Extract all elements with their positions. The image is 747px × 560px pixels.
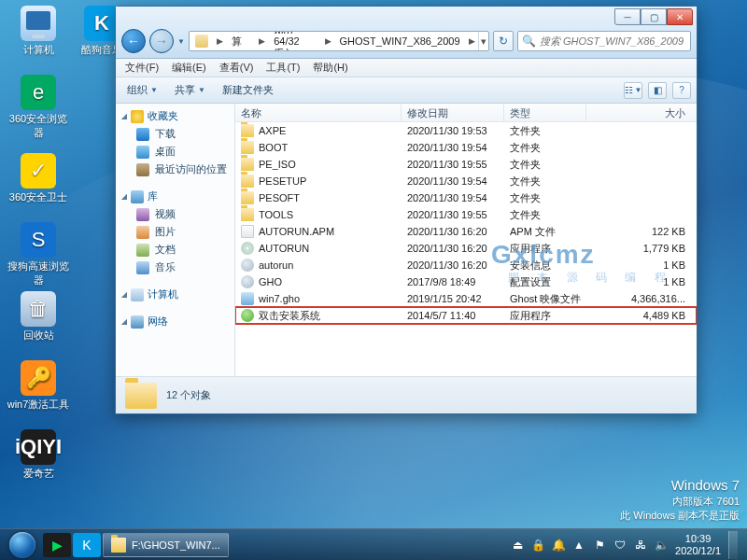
- file-row[interactable]: GHO2017/9/8 18:49配置设置1 KB: [235, 273, 697, 290]
- file-row[interactable]: 双击安装系统2014/5/7 11:40应用程序4,489 KB: [235, 307, 697, 324]
- taskbar-item-explorer[interactable]: F:\GHOST_WIN7...: [103, 533, 229, 557]
- menu-view[interactable]: 查看(V): [214, 59, 260, 77]
- breadcrumb[interactable]: ▶ 计算机▶ win7-64/32 (F:)▶ GHOST_WIN7_X86_2…: [189, 31, 489, 51]
- file-name: TOOLS: [259, 209, 293, 220]
- search-icon: 🔍: [522, 35, 536, 48]
- nav-videos[interactable]: 视频: [116, 205, 234, 223]
- col-size[interactable]: 大小: [586, 104, 697, 121]
- nav-documents[interactable]: 文档: [116, 241, 234, 259]
- breadcrumb-seg-drive[interactable]: win7-64/32 (F:): [268, 32, 321, 50]
- file-row[interactable]: TOOLS2020/11/30 19:55文件夹: [235, 206, 697, 223]
- taskbar-clock[interactable]: 10:392020/12/1: [675, 533, 721, 556]
- file-list: 名称 修改日期 类型 大小 AXPE2020/11/30 19:53文件夹BOO…: [235, 104, 697, 376]
- file-row[interactable]: PE_ISO2020/11/30 19:55文件夹: [235, 156, 697, 173]
- file-row[interactable]: autorun2020/11/30 16:20安装信息1 KB: [235, 257, 697, 273]
- tray-eject-icon[interactable]: ⏏: [511, 539, 524, 552]
- desktop-icon-computer[interactable]: 计算机: [6, 6, 71, 57]
- status-bar: 12 个对象: [116, 376, 697, 413]
- search-input[interactable]: [540, 35, 686, 47]
- taskbar-pin-kugou[interactable]: K: [73, 533, 101, 557]
- file-row[interactable]: AUTORUN.APM2020/11/30 16:20APM 文件122 KB: [235, 223, 697, 240]
- desktop-icon-sogou[interactable]: S搜狗高速浏览器: [6, 222, 71, 287]
- command-bar: 组织 ▼ 共享 ▼ 新建文件夹 ☷▼ ◧ ?: [116, 77, 697, 104]
- menu-edit[interactable]: 编辑(E): [166, 59, 212, 77]
- menu-tools[interactable]: 工具(T): [261, 59, 305, 77]
- taskbar: ▶ K F:\GHOST_WIN7... ⏏ 🔒 🔔 ▲ ⚑ 🛡 🖧 🔈 10:…: [0, 528, 747, 560]
- file-type-icon: [241, 292, 254, 305]
- network-icon: [131, 315, 144, 329]
- close-button[interactable]: ✕: [667, 8, 693, 25]
- file-date: 2020/11/30 19:53: [407, 125, 510, 136]
- tray-flag-icon[interactable]: ⚑: [593, 539, 606, 552]
- file-row[interactable]: BOOT2020/11/30 19:54文件夹: [235, 139, 697, 156]
- desktop-icon-win7activate[interactable]: 🔑win7激活工具: [6, 360, 71, 412]
- tray-network-icon[interactable]: 🖧: [634, 539, 647, 552]
- col-type[interactable]: 类型: [504, 104, 586, 121]
- menu-help[interactable]: 帮助(H): [307, 59, 353, 77]
- nav-pictures[interactable]: 图片: [116, 223, 234, 241]
- preview-pane-button[interactable]: ◧: [648, 82, 667, 99]
- nav-downloads[interactable]: 下载: [116, 125, 234, 143]
- tray-shield-icon[interactable]: 🛡: [613, 539, 627, 552]
- taskbar-pin-iqiyi[interactable]: ▶: [43, 533, 71, 557]
- file-name: PESETUP: [259, 175, 306, 187]
- file-row[interactable]: PESETUP2020/11/30 19:54文件夹: [235, 173, 697, 189]
- file-date: 2020/11/30 16:20: [407, 226, 510, 237]
- file-type: 文件夹: [510, 124, 592, 138]
- minimize-button[interactable]: ─: [614, 8, 641, 25]
- nav-forward-button[interactable]: →: [149, 29, 174, 53]
- desktop-icon-360browser[interactable]: e360安全浏览器: [6, 75, 71, 140]
- tray-volume-icon[interactable]: 🔈: [655, 539, 668, 552]
- breadcrumb-seg-folder[interactable]: GHOST_WIN7_X86_2009: [334, 32, 466, 50]
- desktop-icon-360safe[interactable]: ✓360安全卫士: [6, 153, 71, 204]
- file-row[interactable]: AUTORUN2020/11/30 16:20应用程序1,779 KB: [235, 240, 697, 257]
- file-type-icon: [241, 175, 254, 188]
- desktop-icon-recyclebin[interactable]: 🗑回收站: [6, 291, 71, 343]
- search-box[interactable]: 🔍: [517, 31, 691, 51]
- file-size: 4,489 KB: [592, 310, 697, 321]
- file-type: 文件夹: [510, 141, 592, 155]
- maximize-button[interactable]: ▢: [641, 8, 667, 25]
- view-options-button[interactable]: ☷▼: [624, 82, 642, 99]
- col-name[interactable]: 名称: [235, 104, 402, 121]
- menu-file[interactable]: 文件(F): [120, 59, 164, 77]
- file-name: AUTORUN: [259, 243, 309, 254]
- nav-back-button[interactable]: ←: [121, 29, 146, 53]
- help-button[interactable]: ?: [672, 82, 691, 99]
- file-row[interactable]: AXPE2020/11/30 19:53文件夹: [235, 122, 697, 139]
- 360browser-icon: e: [21, 75, 56, 110]
- share-button[interactable]: 共享 ▼: [169, 80, 211, 100]
- file-row[interactable]: win7.gho2019/1/15 20:42Ghost 映像文件4,366,3…: [235, 290, 697, 307]
- download-icon: [136, 128, 149, 141]
- computer-icon: [21, 6, 56, 41]
- nav-computer[interactable]: 计算机: [116, 286, 234, 303]
- file-type: 文件夹: [510, 208, 592, 222]
- col-date[interactable]: 修改日期: [402, 104, 504, 121]
- nav-desktop[interactable]: 桌面: [116, 143, 234, 161]
- file-name: PESOFT: [259, 192, 300, 203]
- file-type: 文件夹: [510, 158, 592, 172]
- file-row[interactable]: PESOFT2020/11/30 19:54文件夹: [235, 189, 697, 206]
- tray-notify-icon[interactable]: 🔔: [552, 539, 565, 552]
- file-date: 2017/9/8 18:49: [407, 276, 510, 287]
- breadcrumb-seg-computer[interactable]: 计算机: [226, 32, 256, 50]
- file-name: BOOT: [259, 142, 288, 153]
- nav-history-dropdown[interactable]: ▼: [177, 37, 185, 46]
- show-desktop-button[interactable]: [728, 531, 738, 559]
- tray-overflow-button[interactable]: ▲: [572, 539, 585, 552]
- window-titlebar[interactable]: ─ ▢ ✕ ← → ▼ ▶ 计算机▶ win7-64/32 (F:)▶ GHOS…: [116, 7, 697, 59]
- desktop-icon-iqiyi[interactable]: iQIYI爱奇艺: [6, 429, 71, 481]
- nav-libraries-header[interactable]: 库: [116, 188, 234, 205]
- nav-recent[interactable]: 最近访问的位置: [116, 161, 234, 178]
- organize-button[interactable]: 组织 ▼: [121, 80, 163, 100]
- new-folder-button[interactable]: 新建文件夹: [217, 80, 279, 100]
- tray-lock-icon[interactable]: 🔒: [531, 539, 544, 552]
- refresh-button[interactable]: ↻: [493, 31, 514, 51]
- file-date: 2020/11/30 19:54: [407, 175, 510, 187]
- start-button[interactable]: [4, 531, 41, 559]
- nav-music[interactable]: 音乐: [116, 259, 234, 276]
- breadcrumb-dropdown[interactable]: ▾: [478, 32, 488, 50]
- nav-favorites-header[interactable]: 收藏夹: [116, 107, 234, 125]
- nav-network[interactable]: 网络: [116, 313, 234, 330]
- explorer-window: ─ ▢ ✕ ← → ▼ ▶ 计算机▶ win7-64/32 (F:)▶ GHOS…: [115, 6, 698, 414]
